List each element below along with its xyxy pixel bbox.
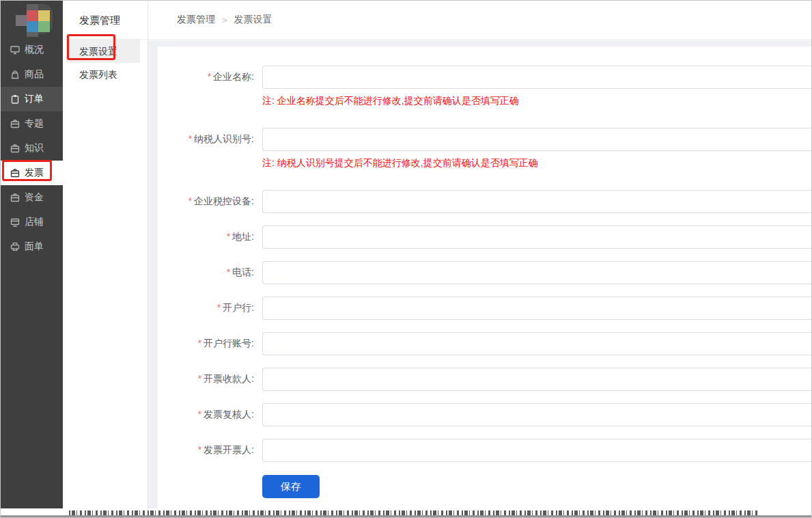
field-label: 发票复核人:	[204, 409, 254, 420]
sidebar-item-products[interactable]: 商品	[1, 62, 63, 87]
breadcrumb-invoice-settings: 发票设置	[234, 14, 272, 26]
taxpayer-id-note: 注: 纳税人识别号提交后不能进行修改,提交前请确认是否填写正确	[262, 156, 811, 169]
field-label: 纳税人识别号:	[194, 133, 254, 144]
required-asterisk: *	[227, 267, 230, 277]
clipboard-icon	[10, 94, 20, 104]
form-row-bank-account: *开户行账号:	[158, 332, 811, 355]
briefcase-icon	[10, 144, 20, 153]
sidebar-item-overview[interactable]: 概况	[1, 38, 63, 62]
company-name-note: 注: 企业名称提交后不能进行修改,提交前请确认是否填写正确	[262, 94, 811, 107]
briefcase-icon	[10, 168, 20, 178]
sidebar-item-knowledge[interactable]: 知识	[1, 136, 63, 161]
sidebar-item-label: 知识	[25, 142, 44, 154]
window-bottom-frame	[1, 515, 811, 517]
form-row-tax-device: *企业税控设备:	[158, 190, 811, 213]
form-row-issuer: *发票开票人:	[158, 439, 811, 462]
field-label: 企业名称:	[213, 71, 254, 82]
sidebar-item-label: 商品	[25, 68, 44, 81]
submenu-item-invoice-settings[interactable]: 发票设置	[66, 40, 140, 63]
form-row-bank: *开户行:	[158, 297, 811, 320]
form-row-company-name: *企业名称:	[158, 66, 811, 89]
invoice-settings-form: *企业名称: 注: 企业名称提交后不能进行修改,提交前请确认是否填写正确 *纳税…	[158, 46, 811, 509]
required-asterisk: *	[208, 71, 211, 82]
sidebar-item-label: 订单	[25, 93, 44, 105]
required-asterisk: *	[198, 444, 201, 455]
main-sidebar: 概况 商品 订单 专题 知识	[1, 1, 63, 510]
sidebar-item-label: 店铺	[25, 216, 44, 228]
sidebar-item-waybill[interactable]: 面单	[1, 234, 63, 259]
field-label: 开票收款人:	[204, 373, 254, 384]
field-label: 开户行:	[223, 302, 254, 313]
briefcase-icon	[10, 193, 20, 202]
tax-device-input[interactable]	[262, 190, 811, 213]
clipped-bottom-text	[69, 510, 760, 515]
required-asterisk: *	[227, 231, 230, 242]
required-asterisk: *	[198, 373, 201, 384]
breadcrumb-invoice-management[interactable]: 发票管理	[177, 14, 215, 26]
bank-input[interactable]	[262, 297, 811, 320]
required-asterisk: *	[198, 338, 201, 349]
breadcrumb-bar: 发票管理 > 发票设置	[148, 1, 811, 40]
sidebar-item-orders[interactable]: 订单	[1, 87, 63, 111]
sidebar-item-label: 专题	[25, 118, 44, 130]
field-label: 电话:	[232, 267, 254, 277]
form-row-address: *地址:	[158, 226, 811, 249]
required-asterisk: *	[188, 133, 192, 144]
invoice-submenu: 发票管理 发票设置 发票列表	[63, 1, 148, 512]
field-label: 开户行账号:	[204, 338, 254, 349]
bottom-status-strip	[1, 508, 811, 517]
submenu-title: 发票管理	[63, 1, 148, 40]
required-asterisk: *	[188, 195, 192, 206]
briefcase-icon	[10, 119, 20, 128]
form-actions: 保存	[262, 475, 811, 498]
bag-icon	[10, 70, 20, 79]
printer-icon	[10, 242, 20, 251]
address-input[interactable]	[262, 226, 811, 249]
page-background: *企业名称: 注: 企业名称提交后不能进行修改,提交前请确认是否填写正确 *纳税…	[148, 40, 811, 510]
sidebar-item-shop[interactable]: 店铺	[1, 210, 63, 234]
sidebar-item-funds[interactable]: 资金	[1, 185, 63, 210]
submenu-item-invoice-list[interactable]: 发票列表	[66, 63, 140, 86]
form-row-phone: *电话:	[158, 261, 811, 284]
company-name-input[interactable]	[262, 66, 811, 89]
form-row-payee: *开票收款人:	[158, 368, 811, 391]
submenu-item-label: 发票设置	[79, 46, 117, 57]
field-label: 发票开票人:	[204, 444, 254, 455]
monitor-icon	[10, 45, 20, 55]
invoice-payee-input[interactable]	[262, 368, 811, 391]
phone-input[interactable]	[262, 261, 811, 284]
taxpayer-id-input[interactable]	[262, 128, 811, 151]
breadcrumb-separator-icon: >	[222, 15, 227, 25]
required-asterisk: *	[198, 409, 201, 420]
app-window: 概况 商品 订单 专题 知识	[0, 0, 812, 518]
sidebar-item-label: 发票	[25, 167, 44, 179]
shop-icon	[10, 217, 20, 227]
field-label: 企业税控设备:	[194, 195, 254, 206]
bank-account-input[interactable]	[262, 332, 811, 355]
invoice-issuer-input[interactable]	[262, 439, 811, 462]
field-label: 地址:	[232, 231, 254, 242]
submenu-item-label: 发票列表	[79, 69, 117, 80]
required-asterisk: *	[217, 302, 221, 313]
form-row-reviewer: *发票复核人:	[158, 403, 811, 426]
sidebar-item-invoice[interactable]: 发票	[1, 161, 63, 185]
sidebar-item-label: 资金	[25, 191, 44, 204]
save-button[interactable]: 保存	[262, 475, 320, 498]
sidebar-item-label: 概况	[25, 44, 44, 56]
form-row-taxpayer-id: *纳税人识别号:	[158, 128, 811, 151]
sidebar-item-topics[interactable]: 专题	[1, 111, 63, 136]
app-logo	[1, 1, 63, 38]
sidebar-item-label: 面单	[25, 241, 44, 253]
invoice-reviewer-input[interactable]	[262, 403, 811, 426]
